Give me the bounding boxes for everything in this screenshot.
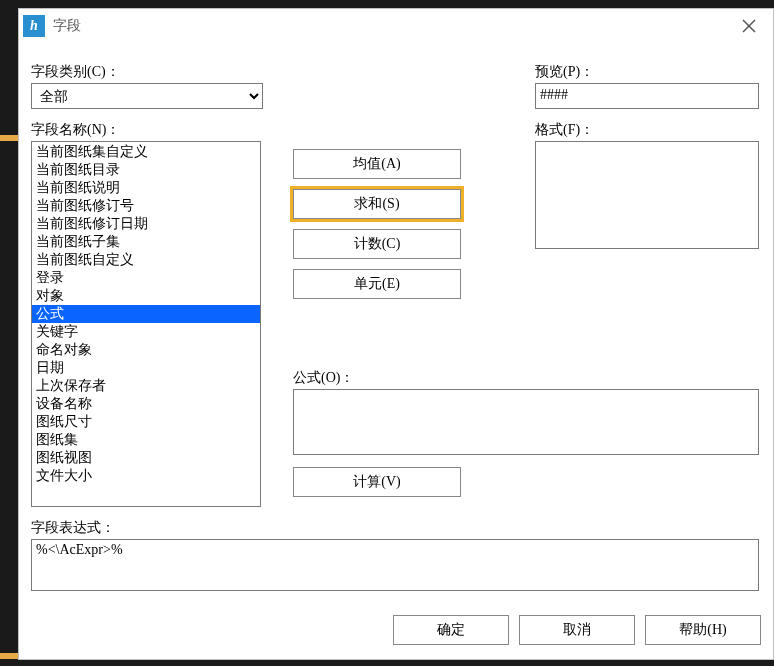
list-item[interactable]: 当前图纸目录 [32, 161, 260, 179]
preview-label: 预览(P)： [535, 63, 594, 81]
list-item[interactable]: 当前图纸说明 [32, 179, 260, 197]
ok-button[interactable]: 确定 [393, 615, 509, 645]
list-item[interactable]: 公式 [32, 305, 260, 323]
list-item[interactable]: 当前图纸自定义 [32, 251, 260, 269]
calculate-button[interactable]: 计算(V) [293, 467, 461, 497]
field-category-label: 字段类别(C)： [31, 63, 120, 81]
list-item[interactable]: 登录 [32, 269, 260, 287]
formula-label: 公式(O)： [293, 369, 354, 387]
field-names-label: 字段名称(N)： [31, 121, 120, 139]
list-item[interactable]: 当前图纸子集 [32, 233, 260, 251]
cell-button[interactable]: 单元(E) [293, 269, 461, 299]
list-item[interactable]: 对象 [32, 287, 260, 305]
list-item[interactable]: 图纸集 [32, 431, 260, 449]
list-item[interactable]: 命名对象 [32, 341, 260, 359]
formula-textarea[interactable] [293, 389, 759, 455]
format-listbox[interactable] [535, 141, 759, 249]
field-dialog: h 字段 字段类别(C)： 全部 字段名称(N)： 当前图纸集自定义当前图纸目录… [18, 8, 774, 660]
field-category-select[interactable]: 全部 [31, 83, 263, 109]
list-item[interactable]: 图纸视图 [32, 449, 260, 467]
close-button[interactable] [729, 12, 769, 40]
help-button[interactable]: 帮助(H) [645, 615, 761, 645]
list-item[interactable]: 当前图纸集自定义 [32, 143, 260, 161]
count-button[interactable]: 计数(C) [293, 229, 461, 259]
cancel-button[interactable]: 取消 [519, 615, 635, 645]
list-item[interactable]: 当前图纸修订号 [32, 197, 260, 215]
sum-button[interactable]: 求和(S) [293, 189, 461, 219]
app-icon: h [23, 15, 45, 37]
list-item[interactable]: 上次保存者 [32, 377, 260, 395]
list-item[interactable]: 图纸尺寸 [32, 413, 260, 431]
preview-box: #### [535, 83, 759, 109]
field-expression-box: %<\AcExpr>% [31, 539, 759, 591]
format-label: 格式(F)： [535, 121, 594, 139]
list-item[interactable]: 关键字 [32, 323, 260, 341]
list-item[interactable]: 当前图纸修订日期 [32, 215, 260, 233]
close-icon [742, 19, 756, 33]
titlebar: h 字段 [19, 9, 773, 41]
list-item[interactable]: 日期 [32, 359, 260, 377]
field-names-listbox[interactable]: 当前图纸集自定义当前图纸目录当前图纸说明当前图纸修订号当前图纸修订日期当前图纸子… [31, 141, 261, 507]
average-button[interactable]: 均值(A) [293, 149, 461, 179]
field-expression-label: 字段表达式： [31, 519, 115, 537]
list-item[interactable]: 文件大小 [32, 467, 260, 485]
dialog-title: 字段 [53, 17, 729, 35]
list-item[interactable]: 设备名称 [32, 395, 260, 413]
